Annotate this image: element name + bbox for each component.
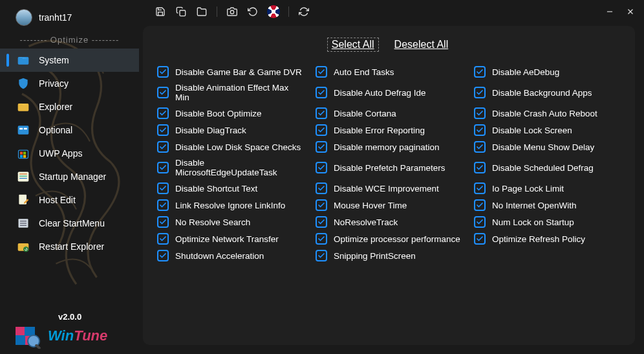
checkbox-checked-icon <box>316 162 327 173</box>
checkbox-checked-icon <box>316 183 327 194</box>
options-grid: Disable Game Bar & Game DVRAuto End Task… <box>157 63 621 264</box>
option-checkbox[interactable]: Disable Scheduled Defrag <box>474 155 621 180</box>
checkbox-checked-icon <box>157 66 169 78</box>
minimize-button[interactable] <box>600 2 619 21</box>
option-checkbox[interactable]: Disable DiagTrack <box>157 122 304 138</box>
camera-button[interactable] <box>222 2 242 21</box>
sidebar-item-restart-explorer[interactable]: Restart Explorer <box>0 235 139 258</box>
sidebar-item-clear-startmenu[interactable]: Clear StartMenu <box>0 212 139 235</box>
shield-blue-icon <box>17 77 30 90</box>
svg-rect-8 <box>20 155 23 158</box>
option-label: Disable Crash Auto Reboot <box>492 109 597 118</box>
option-label: Disable WCE Improvement <box>334 184 439 194</box>
option-checkbox[interactable]: No Internet OpenWith <box>474 197 621 214</box>
option-checkbox[interactable]: Optimize Network Transfer <box>157 230 304 247</box>
option-checkbox[interactable]: Disable Menu Show Delay <box>474 138 621 155</box>
option-label: Disable Error Reporting <box>334 126 425 135</box>
logo-badge-icon <box>14 323 44 349</box>
option-label: Disable Low Disk Space Checks <box>175 142 301 152</box>
option-checkbox[interactable]: Disable Cortana <box>316 105 462 122</box>
checkbox-checked-icon <box>474 107 486 119</box>
option-checkbox[interactable]: Link Resolve Ignore LinkInfo <box>157 197 304 214</box>
sidebar-item-label: UWP Apps <box>39 148 82 159</box>
deselect-all-link[interactable]: Deselect All <box>392 38 451 52</box>
option-checkbox[interactable]: Num Lock on Startup <box>474 214 621 230</box>
undo-button[interactable] <box>243 2 263 21</box>
sidebar-item-host-edit[interactable]: Host Edit <box>0 188 139 212</box>
option-checkbox[interactable]: NoResolveTrack <box>316 214 462 230</box>
option-checkbox[interactable]: Disable Boot Optimize <box>157 105 304 122</box>
checkbox-checked-icon <box>157 233 169 245</box>
close-button[interactable] <box>621 2 640 21</box>
svg-rect-3 <box>19 128 23 130</box>
sidebar-footer: v2.0.0 WinTune <box>0 308 139 354</box>
option-checkbox[interactable]: Snipping PrintScreen <box>316 247 462 264</box>
option-label: Auto End Tasks <box>334 67 394 77</box>
close-icon <box>626 7 635 16</box>
checkbox-checked-icon <box>316 107 327 119</box>
sidebar-item-startup-manager[interactable]: Startup Manager <box>0 165 139 188</box>
option-checkbox[interactable]: Shutdown Acceleration <box>157 247 304 264</box>
option-label: Disable Animation Effect Max Min <box>175 83 304 102</box>
option-checkbox[interactable]: Optimize processor performance <box>316 230 462 247</box>
checkbox-checked-icon <box>316 216 327 228</box>
option-checkbox[interactable]: Disable Crash Auto Reboot <box>474 105 621 122</box>
option-label: Disable AeDebug <box>492 67 559 77</box>
sidebar-item-system[interactable]: System <box>0 49 139 72</box>
select-all-link[interactable]: Select All <box>327 38 379 52</box>
option-checkbox[interactable]: Disable Lock Screen <box>474 122 621 138</box>
sidebar-item-optional[interactable]: Optional <box>0 118 139 142</box>
sidebar-item-explorer[interactable]: Explorer <box>0 95 139 118</box>
option-checkbox[interactable]: Io Page Lock Limit <box>474 180 621 197</box>
sidebar-item-uwp-apps[interactable]: UWP Apps <box>0 142 139 165</box>
svg-rect-22 <box>16 327 25 335</box>
option-checkbox[interactable]: Optimize Refresh Policy <box>474 230 621 247</box>
option-checkbox[interactable]: Disable Game Bar & Game DVR <box>157 63 304 80</box>
folder-refresh-icon <box>17 240 30 253</box>
save-button[interactable] <box>151 2 170 21</box>
option-checkbox[interactable]: Mouse Hover Time <box>316 197 462 214</box>
checkbox-checked-icon <box>316 87 327 98</box>
option-checkbox[interactable]: Disable Shortcut Text <box>157 180 304 197</box>
option-label: No Resolve Search <box>175 217 250 227</box>
checkbox-checked-icon <box>474 216 486 228</box>
option-checkbox[interactable]: Disable Error Reporting <box>316 122 462 138</box>
sidebar-item-label: System <box>39 55 69 65</box>
sidebar-item-label: Explorer <box>39 102 72 112</box>
svg-point-27 <box>230 10 233 14</box>
option-label: Num Lock on Startup <box>492 217 574 227</box>
option-label: Disable DiagTrack <box>175 126 246 135</box>
svg-rect-10 <box>18 172 29 182</box>
option-checkbox[interactable]: Disable Auto Defrag Ide <box>316 80 462 105</box>
flag-uk-icon <box>267 5 280 18</box>
checkbox-checked-icon <box>157 183 169 194</box>
option-label: Disable Scheduled Defrag <box>492 163 594 173</box>
checkbox-checked-icon <box>157 107 169 119</box>
option-checkbox[interactable]: Disable AeDebug <box>474 63 621 80</box>
option-label: Disable Game Bar & Game DVR <box>175 67 302 77</box>
checkbox-checked-icon <box>157 199 169 211</box>
edit-doc-icon <box>17 194 30 206</box>
option-label: Disable Prefetch Parameters <box>334 163 445 173</box>
option-checkbox[interactable]: Disable Animation Effect Max Min <box>157 80 304 105</box>
option-checkbox[interactable]: Disable memory pagination <box>316 138 462 155</box>
option-checkbox[interactable]: No Resolve Search <box>157 214 304 230</box>
language-button[interactable] <box>264 2 283 21</box>
folder-yellow-icon <box>17 100 30 113</box>
menu-list-icon <box>17 217 30 230</box>
option-checkbox[interactable]: Disable WCE Improvement <box>316 180 462 197</box>
checkbox-checked-icon <box>316 199 327 211</box>
sidebar-item-privacy[interactable]: Privacy <box>0 72 139 95</box>
option-checkbox[interactable]: Disable Prefetch Parameters <box>316 155 462 180</box>
refresh-button[interactable] <box>294 2 314 21</box>
option-checkbox[interactable]: Disable MicrosoftEdgeUpdateTask <box>157 155 304 180</box>
open-button[interactable] <box>192 2 211 21</box>
store-colored-icon <box>17 147 30 160</box>
svg-rect-6 <box>20 152 23 155</box>
copy-button[interactable] <box>171 2 191 21</box>
option-checkbox[interactable]: Auto End Tasks <box>316 63 462 80</box>
option-checkbox[interactable]: Disable Low Disk Space Checks <box>157 138 304 155</box>
option-checkbox[interactable]: Disable Background Apps <box>474 80 621 105</box>
checkbox-checked-icon <box>316 233 327 245</box>
svg-rect-4 <box>24 128 27 130</box>
